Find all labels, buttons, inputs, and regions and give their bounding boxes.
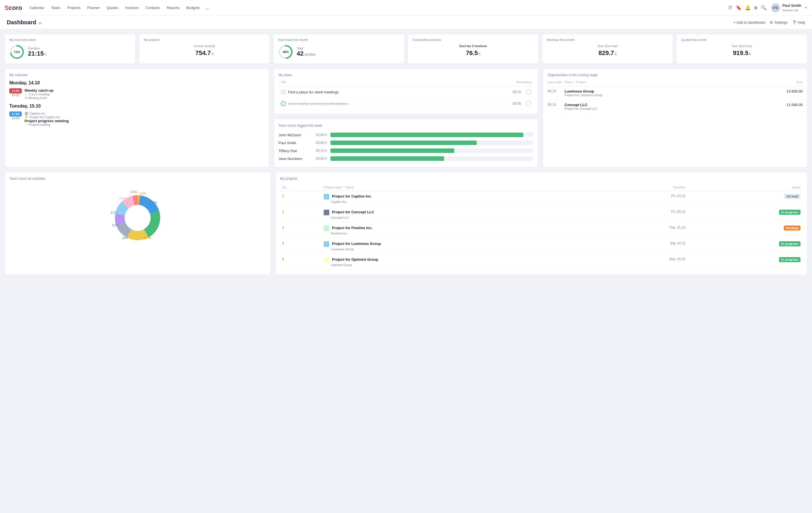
proj-name-col-5: Project for Optimist Group Optimist Grou… bbox=[321, 254, 595, 270]
stat-card-leads-body: 48% Total 42 quotes bbox=[278, 44, 400, 59]
task-row-2: ✓ Send weekly summary (with attache... 0… bbox=[279, 98, 534, 109]
nav-planner[interactable]: Planner bbox=[84, 4, 103, 11]
opp-date-1: 08.10 bbox=[548, 89, 564, 93]
cal-event-detail-3: ↔ Project meeting bbox=[25, 123, 69, 127]
proj-client-2: Concept LLC bbox=[324, 216, 349, 219]
proj-icon-4 bbox=[324, 241, 329, 247]
projects-widget: My projects No. Project name | Client De… bbox=[275, 172, 808, 275]
task-checkbox-1[interactable]: ✓ bbox=[281, 89, 286, 94]
calendar-widget: My calendar Monday, 14.10 13:00 14:00 We… bbox=[4, 68, 269, 167]
page-title: Dashboard bbox=[7, 19, 36, 26]
filter-icon[interactable]: ⚌ bbox=[38, 20, 42, 25]
plus-circle-icon[interactable]: ⊕ bbox=[754, 5, 758, 10]
team-member-1: John McDunn bbox=[279, 133, 307, 137]
bell-icon[interactable]: 🔔 bbox=[745, 5, 751, 10]
opp-header: Issue date Client | Project Sum bbox=[548, 80, 803, 86]
projects-table: No. Project name | Client Deadline Statu… bbox=[280, 184, 803, 270]
stat-card-projects: My projects Income (actual) 754.7 k bbox=[139, 34, 270, 64]
people-icon: ↔ bbox=[25, 92, 28, 96]
team-row-1: John McDunn 32:00 h bbox=[279, 131, 534, 139]
proj-name-col-1: Project for Captive Inc. Captive Inc. bbox=[321, 191, 595, 207]
project-row-1: 1 Project for Captive Inc. Captive Inc. … bbox=[280, 191, 803, 207]
cal-event-detail-1: ↔ 1-on-1 meeting bbox=[25, 92, 53, 96]
task-complete-btn-2[interactable] bbox=[526, 101, 531, 106]
proj-icon-2 bbox=[324, 210, 329, 215]
proj-no-2: 2 bbox=[280, 207, 321, 223]
avatar: PS bbox=[771, 3, 780, 12]
task-row-1: ✓ Find a place for client meetings 00:15 bbox=[279, 86, 534, 98]
bookmark-icon[interactable]: 🔖 bbox=[736, 5, 742, 10]
svg-text:8.2%: 8.2% bbox=[112, 224, 119, 227]
tasks-widget: My tasks Title Remaining ✓ Find a place … bbox=[274, 68, 539, 114]
user-info: Paul Smith Sunrise Ltd bbox=[782, 3, 801, 12]
stat-card-hours-body: 71% Duration 21:15 h bbox=[9, 44, 131, 59]
projects-value: 754.7 bbox=[195, 49, 211, 57]
nav-calendar[interactable]: Calendar bbox=[27, 4, 47, 11]
proj-name-1: Project for Captive Inc. bbox=[332, 194, 372, 198]
pie-chart: 24.7% 16.4% 13.7% 11% 8.2% 8.2% 6.8% 5.5… bbox=[107, 187, 169, 249]
cal-date-monday: Monday, 14.10 bbox=[9, 80, 264, 85]
nav-quotes[interactable]: Quotes bbox=[104, 4, 121, 11]
cal-event-project-meeting: 11:00 14:00 🏢 Captive Inc. 📁 Project for… bbox=[9, 111, 264, 127]
nav-projects[interactable]: Projects bbox=[64, 4, 83, 11]
revenue-unit: k bbox=[615, 52, 617, 56]
team-row-3: Tiffany Doe 20:15 h bbox=[279, 147, 534, 155]
svg-text:13.7%: 13.7% bbox=[143, 237, 151, 240]
timer-icon[interactable]: ⏱ bbox=[728, 5, 732, 10]
help-button[interactable]: ❓ Help bbox=[792, 20, 805, 25]
proj-icon-3 bbox=[324, 225, 329, 231]
team-bar-bg-2 bbox=[330, 140, 534, 145]
proj-client-4: Luminous Group bbox=[324, 247, 354, 251]
proj-deadline-3: Tue, 31.12 bbox=[595, 223, 688, 238]
proj-name-5: Project for Optimist Group bbox=[332, 258, 378, 262]
settings-button[interactable]: ⚙ Settings bbox=[770, 20, 787, 25]
proj-status-2: In progress bbox=[688, 207, 803, 223]
team-bar-3 bbox=[330, 148, 455, 153]
proj-status-5: In progress bbox=[688, 254, 803, 270]
proj-status-1: On hold bbox=[688, 191, 803, 207]
add-to-dashboard-button[interactable]: + Add to dashboard bbox=[733, 20, 765, 25]
nav-invoices[interactable]: Invoices bbox=[122, 4, 142, 11]
invoices-value: 76.5 bbox=[466, 49, 478, 57]
opp-row-2: 08.10 Concept LLC Project for Concept LL… bbox=[548, 100, 803, 113]
logo[interactable]: Scoro bbox=[4, 4, 22, 11]
stat-card-leads: New leads this month 48% Total 42 quotes bbox=[273, 34, 404, 64]
opp-client-2: Concept LLC bbox=[564, 103, 780, 107]
nav-icons: ⏱ 🔖 🔔 ⊕ 🔍 bbox=[728, 5, 766, 10]
team-bar-1 bbox=[330, 133, 524, 137]
task-complete-btn-1[interactable] bbox=[526, 89, 531, 95]
nav-tasks[interactable]: Tasks bbox=[48, 4, 63, 11]
svg-point-4 bbox=[125, 205, 150, 231]
proj-deadline-1: Fri, 13.12 bbox=[595, 191, 688, 207]
task-title-2: Send weekly summary (with attache... bbox=[288, 102, 511, 106]
team-row-4: Jane Numbers 18:30 h bbox=[279, 155, 534, 163]
quoted-value: 919.5 bbox=[733, 49, 748, 57]
nav-reports[interactable]: Reports bbox=[164, 4, 182, 11]
proj-deadline-2: Fri, 20.12 bbox=[595, 207, 688, 223]
svg-text:11%: 11% bbox=[122, 237, 128, 240]
stat-card-hours-values: Duration 21:15 h bbox=[28, 47, 47, 57]
task-checkbox-2[interactable]: ✓ bbox=[281, 101, 286, 106]
team-activities-title: Team hours by activities bbox=[9, 177, 266, 181]
stat-card-revenue-title: Revenue this month bbox=[547, 38, 668, 42]
team-bar-bg-4 bbox=[330, 156, 534, 161]
projects-title: My projects bbox=[280, 177, 803, 181]
proj-deadline-4: Sat, 14.12 bbox=[595, 238, 688, 254]
proj-col-no: No. bbox=[280, 184, 321, 191]
project-icon: 📁 bbox=[25, 115, 28, 119]
proj-no-5: 6 bbox=[280, 254, 321, 270]
team-bar-2 bbox=[330, 140, 477, 145]
nav-more[interactable]: ... bbox=[204, 5, 211, 11]
search-icon[interactable]: 🔍 bbox=[761, 5, 766, 10]
opp-col-date: Issue date bbox=[548, 80, 564, 84]
team-hours-3: 20:15 h bbox=[310, 149, 327, 153]
user-menu[interactable]: PS Paul Smith Sunrise Ltd ▼ bbox=[771, 3, 808, 12]
task-title-1: Find a place for client meetings bbox=[288, 90, 511, 94]
proj-name-3: Project for Fineline Inc. bbox=[332, 226, 373, 230]
task-remaining-2: 00:30 bbox=[513, 102, 521, 106]
projects-table-header: No. Project name | Client Deadline Statu… bbox=[280, 184, 803, 191]
nav-contacts[interactable]: Contacts bbox=[143, 4, 163, 11]
cal-start-time: 13:00 bbox=[9, 88, 22, 93]
nav-budgets[interactable]: Budgets bbox=[183, 4, 203, 11]
proj-status-badge-4: In progress bbox=[779, 241, 801, 246]
